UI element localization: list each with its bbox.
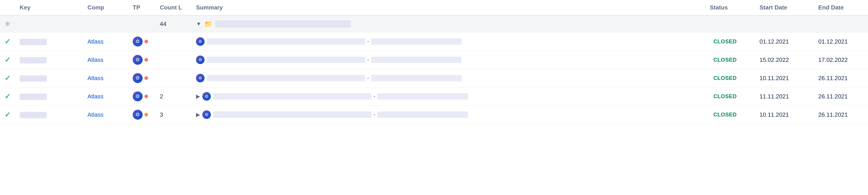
dot-separator: • (367, 76, 369, 81)
row3-startdate: 10.11.2021 (755, 69, 814, 87)
group-row-enddate (814, 15, 868, 33)
table-row: ✓ Atlass ⚙ ⚙ • (0, 51, 868, 69)
row5-count: 3 (155, 106, 191, 124)
tp-badge-striped (144, 112, 149, 117)
col-header-check (0, 0, 15, 15)
row4-check: ✓ (0, 87, 15, 106)
group-row-startdate (755, 15, 814, 33)
tp-badge (144, 94, 149, 99)
group-row-key (15, 15, 83, 33)
row3-enddate: 26.11.2021 (814, 69, 868, 87)
row4-count: 2 (155, 87, 191, 106)
table-header-row: Key Comp TP Count L Summary Status Start… (0, 0, 868, 15)
summary-blurred-main (213, 112, 371, 118)
row2-status: CLOSED (705, 51, 755, 69)
row3-comp[interactable]: Atlass (83, 69, 128, 87)
dot-separator: • (367, 39, 369, 44)
row2-check: ✓ (0, 51, 15, 69)
row4-key[interactable] (15, 87, 83, 106)
table-row: ✓ Atlass ⚙ ⚙ • (0, 69, 868, 87)
dot-separator: • (374, 112, 375, 117)
row1-comp[interactable]: Atlass (83, 33, 128, 51)
summary-blurred-sub (377, 112, 468, 118)
row5-key[interactable] (15, 106, 83, 124)
key-blurred (20, 39, 47, 45)
group-row-count: 44 (155, 15, 191, 33)
row-expand-arrow[interactable]: ▶ (196, 93, 200, 100)
table-row: ✓ Atlass ⚙ 2 ▶ ⚙ (0, 87, 868, 106)
row1-count (155, 33, 191, 51)
row3-status: CLOSED (705, 69, 755, 87)
row5-summary[interactable]: ▶ ⚙ • (191, 106, 705, 124)
summary-icon: ⚙ (196, 37, 205, 46)
row3-tp: ⚙ (128, 69, 155, 87)
row-expand-arrow[interactable]: ▶ (196, 112, 200, 118)
row4-comp[interactable]: Atlass (83, 87, 128, 106)
row4-startdate: 11.11.2021 (755, 87, 814, 106)
col-header-comp[interactable]: Comp (83, 0, 128, 15)
col-header-startdate[interactable]: Start Date (755, 0, 814, 15)
row5-comp[interactable]: Atlass (83, 106, 128, 124)
summary-icon: ⚙ (202, 92, 211, 101)
group-row-status (705, 15, 755, 33)
summary-blurred-main (207, 75, 365, 81)
row1-tp: ⚙ (128, 33, 155, 51)
issues-table: Key Comp TP Count L Summary Status Start… (0, 0, 868, 124)
key-blurred (20, 112, 47, 118)
col-header-enddate[interactable]: End Date (814, 0, 868, 15)
row4-summary[interactable]: ▶ ⚙ • (191, 87, 705, 106)
row5-enddate: 26.11.2021 (814, 106, 868, 124)
row1-enddate: 01.12.2021 (814, 33, 868, 51)
status-badge: CLOSED (710, 74, 740, 83)
row2-summary[interactable]: ⚙ • (191, 51, 705, 69)
key-blurred (20, 75, 47, 82)
key-blurred (20, 57, 47, 64)
col-header-key[interactable]: Key (15, 0, 83, 15)
row1-summary[interactable]: ⚙ • (191, 33, 705, 51)
check-icon: ✓ (4, 111, 11, 119)
tp-badge (144, 76, 149, 80)
row4-status: CLOSED (705, 87, 755, 106)
row1-key[interactable] (15, 33, 83, 51)
main-table-container: Key Comp TP Count L Summary Status Start… (0, 0, 868, 195)
row1-startdate: 01.12.2021 (755, 33, 814, 51)
group-expand-arrow[interactable]: ▼ (196, 21, 202, 27)
summary-blurred-sub (371, 75, 462, 81)
row5-check: ✓ (0, 106, 15, 124)
summary-blurred-sub (377, 93, 468, 100)
summary-blurred-sub (371, 56, 462, 63)
tp-avatar: ⚙ (133, 110, 143, 120)
row2-startdate: 15.02.2022 (755, 51, 814, 69)
tp-badge (144, 57, 149, 62)
summary-blurred-sub (371, 38, 462, 45)
status-badge: CLOSED (710, 92, 740, 101)
row2-key[interactable] (15, 51, 83, 69)
row5-status: CLOSED (705, 106, 755, 124)
dot-separator: • (374, 94, 375, 99)
row1-check: ✓ (0, 33, 15, 51)
row1-status: CLOSED (705, 33, 755, 51)
col-header-count[interactable]: Count L (155, 0, 191, 15)
row2-count (155, 51, 191, 69)
summary-blurred-main (207, 56, 365, 63)
col-header-tp[interactable]: TP (128, 0, 155, 15)
row3-key[interactable] (15, 69, 83, 87)
tp-avatar: ⚙ (133, 55, 143, 65)
dot-separator: • (367, 57, 369, 63)
group-summary-blurred (215, 20, 351, 28)
col-header-summary[interactable]: Summary (191, 0, 705, 15)
row3-check: ✓ (0, 69, 15, 87)
row5-tp: ⚙ (128, 106, 155, 124)
row3-summary[interactable]: ⚙ • (191, 69, 705, 87)
row2-comp[interactable]: Atlass (83, 51, 128, 69)
summary-blurred-main (207, 38, 365, 45)
group-row-tp (128, 15, 155, 33)
group-row: ✳ 44 ▼ 📁 (0, 15, 868, 33)
summary-icon: ⚙ (202, 110, 211, 119)
row2-tp: ⚙ (128, 51, 155, 69)
group-row-comp (83, 15, 128, 33)
key-blurred (20, 94, 47, 100)
tp-avatar: ⚙ (133, 73, 143, 83)
tp-badge (144, 39, 149, 44)
col-header-status[interactable]: Status (705, 0, 755, 15)
